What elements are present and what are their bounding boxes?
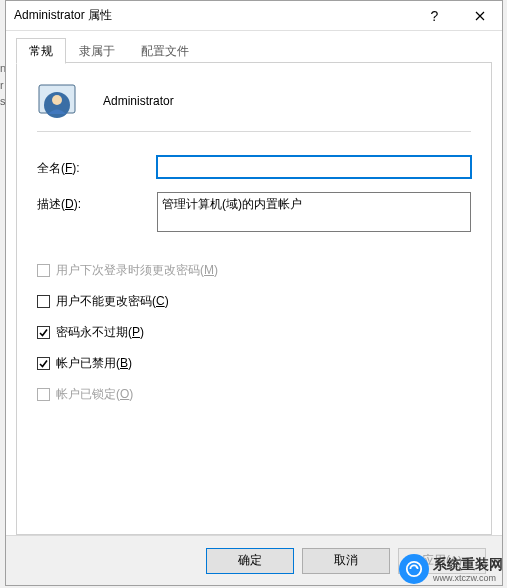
close-button[interactable]: [457, 1, 502, 31]
divider: [37, 131, 471, 132]
titlebar[interactable]: Administrator 属性 ?: [6, 1, 502, 31]
checkbox-icon: [37, 388, 50, 401]
close-icon: [475, 11, 485, 21]
properties-dialog: Administrator 属性 ? 常规 隶属于 配置文件: [5, 0, 503, 586]
ok-button[interactable]: 确定: [206, 548, 294, 574]
description-row: 描述(D): 管理计算机(域)的内置帐户: [37, 192, 471, 236]
help-button[interactable]: ?: [412, 1, 457, 31]
check-mustchange: 用户下次登录时须更改密码(M): [37, 262, 471, 279]
account-header: Administrator: [37, 81, 471, 121]
tabpanel-general: Administrator 全名(F): 描述(D): 管理计算机(域)的内置帐…: [16, 63, 492, 535]
check-cannotchange[interactable]: 用户不能更改密码(C): [37, 293, 471, 310]
apply-button: 应用(A): [398, 548, 486, 574]
checkbox-group: 用户下次登录时须更改密码(M) 用户不能更改密码(C) 密码永不过期(P) 帐户…: [37, 262, 471, 403]
tab-profile[interactable]: 配置文件: [128, 38, 202, 64]
checkbox-icon: [37, 295, 50, 308]
account-name: Administrator: [103, 94, 174, 108]
fullname-row: 全名(F):: [37, 156, 471, 178]
user-icon: [37, 81, 77, 121]
checkbox-icon: [37, 264, 50, 277]
button-bar: 确定 取消 应用(A): [6, 535, 502, 585]
tabstrip: 常规 隶属于 配置文件: [16, 37, 492, 63]
cancel-button[interactable]: 取消: [302, 548, 390, 574]
fullname-input[interactable]: [157, 156, 471, 178]
check-mustchange-label: 用户下次登录时须更改密码(M): [56, 262, 218, 279]
window-title: Administrator 属性: [6, 7, 412, 24]
tab-general[interactable]: 常规: [16, 38, 66, 64]
check-cannotchange-label: 用户不能更改密码(C): [56, 293, 169, 310]
description-label: 描述(D):: [37, 192, 157, 213]
check-disabled-label: 帐户已禁用(B): [56, 355, 132, 372]
checkbox-icon: [37, 357, 50, 370]
fullname-label: 全名(F):: [37, 156, 157, 177]
check-locked: 帐户已锁定(O): [37, 386, 471, 403]
content-area: 常规 隶属于 配置文件 Administrator 全: [6, 31, 502, 535]
tab-memberof[interactable]: 隶属于: [66, 38, 128, 64]
description-input[interactable]: 管理计算机(域)的内置帐户: [157, 192, 471, 232]
check-neverexpire-label: 密码永不过期(P): [56, 324, 144, 341]
checkbox-icon: [37, 326, 50, 339]
check-neverexpire[interactable]: 密码永不过期(P): [37, 324, 471, 341]
svg-point-2: [52, 95, 62, 105]
check-locked-label: 帐户已锁定(O): [56, 386, 133, 403]
check-disabled[interactable]: 帐户已禁用(B): [37, 355, 471, 372]
